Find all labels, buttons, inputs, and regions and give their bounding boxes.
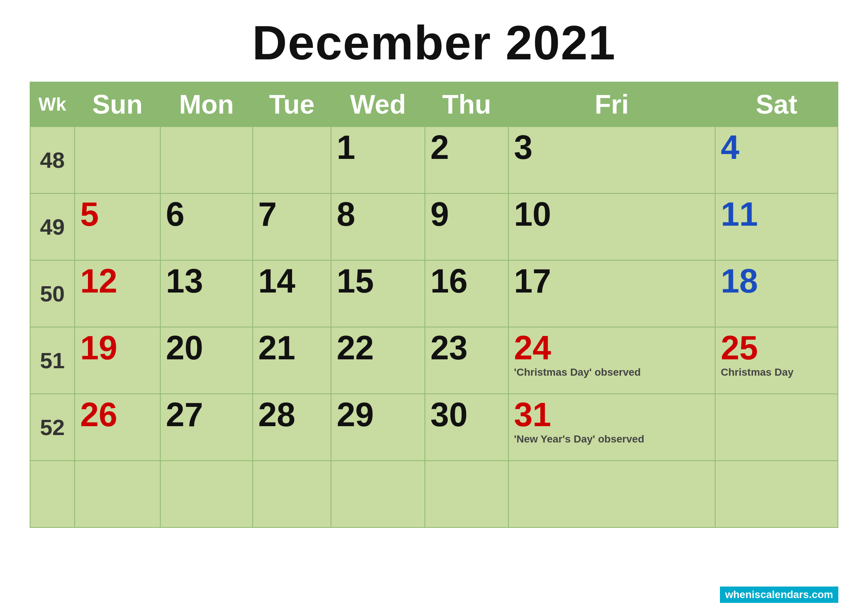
- calendar-day-cell: 25Christmas Day: [715, 327, 838, 394]
- empty-cell: [425, 460, 508, 527]
- calendar-day-cell: 19: [74, 327, 160, 394]
- day-number: 1: [336, 131, 419, 164]
- day-number: 11: [721, 197, 832, 231]
- day-number: 10: [514, 197, 710, 231]
- calendar-day-cell: [715, 394, 838, 460]
- calendar-week-row: 481234: [30, 127, 838, 194]
- week-number: 51: [30, 327, 74, 394]
- day-number: 19: [80, 331, 155, 364]
- day-number: 18: [721, 264, 832, 298]
- col-header-fri: Fri: [508, 82, 715, 127]
- day-number: 3: [514, 131, 710, 164]
- week-number: 50: [30, 260, 74, 327]
- watermark-label: wheniscalendars.com: [720, 586, 838, 603]
- calendar-day-cell: 17: [508, 260, 715, 327]
- calendar-week-row: 51192021222324'Christmas Day' observed25…: [30, 327, 838, 394]
- calendar-day-cell: 2: [425, 127, 508, 194]
- day-number: 9: [431, 197, 503, 231]
- calendar-day-cell: 31'New Year's Day' observed: [508, 394, 715, 460]
- calendar-day-cell: [74, 127, 160, 194]
- empty-cell: [30, 460, 74, 527]
- calendar-day-cell: [253, 127, 332, 194]
- calendar-day-cell: 3: [508, 127, 715, 194]
- calendar-day-cell: 15: [331, 260, 425, 327]
- holiday-label: 'New Year's Day' observed: [514, 433, 710, 445]
- calendar-day-cell: 30: [425, 394, 508, 460]
- calendar-day-cell: 18: [715, 260, 838, 327]
- col-header-sun: Sun: [74, 82, 160, 127]
- day-number: 24: [514, 331, 710, 364]
- day-number: 8: [336, 197, 419, 231]
- day-number: 26: [80, 398, 155, 431]
- empty-cell: [331, 460, 425, 527]
- day-number: 22: [336, 331, 419, 364]
- calendar-extra-row: [30, 460, 838, 527]
- calendar-day-cell: 20: [160, 327, 253, 394]
- empty-cell: [74, 460, 160, 527]
- calendar-day-cell: 8: [331, 194, 425, 260]
- col-header-thu: Thu: [425, 82, 508, 127]
- calendar-day-cell: 14: [253, 260, 332, 327]
- day-number: 31: [514, 398, 710, 431]
- calendar-day-cell: 7: [253, 194, 332, 260]
- calendar-day-cell: 24'Christmas Day' observed: [508, 327, 715, 394]
- calendar-day-cell: 1: [331, 127, 425, 194]
- empty-cell: [160, 460, 253, 527]
- calendar-day-cell: 21: [253, 327, 332, 394]
- calendar-week-row: 5012131415161718: [30, 260, 838, 327]
- col-header-mon: Mon: [160, 82, 253, 127]
- week-number: 52: [30, 394, 74, 460]
- calendar-table: Wk Sun Mon Tue Wed Thu Fri Sat 481234495…: [30, 82, 838, 528]
- week-number: 48: [30, 127, 74, 194]
- day-number: 25: [721, 331, 832, 364]
- day-number: 29: [336, 398, 419, 431]
- day-number: 7: [258, 197, 326, 231]
- week-number: 49: [30, 194, 74, 260]
- calendar-day-cell: [160, 127, 253, 194]
- day-number: 16: [431, 264, 503, 298]
- col-header-tue: Tue: [253, 82, 332, 127]
- col-header-sat: Sat: [715, 82, 838, 127]
- empty-cell: [508, 460, 715, 527]
- calendar-day-cell: 10: [508, 194, 715, 260]
- calendar-day-cell: 12: [74, 260, 160, 327]
- calendar-day-cell: 26: [74, 394, 160, 460]
- calendar-week-row: 52262728293031'New Year's Day' observed: [30, 394, 838, 460]
- empty-cell: [715, 460, 838, 527]
- calendar-week-row: 49567891011: [30, 194, 838, 260]
- calendar-day-cell: 13: [160, 260, 253, 327]
- day-number: 15: [336, 264, 419, 298]
- calendar-day-cell: 29: [331, 394, 425, 460]
- day-number: 30: [431, 398, 503, 431]
- day-number: 27: [166, 398, 247, 431]
- day-number: 2: [431, 131, 503, 164]
- day-number: 14: [258, 264, 326, 298]
- day-number: 17: [514, 264, 710, 298]
- holiday-label: 'Christmas Day' observed: [514, 366, 710, 378]
- calendar-day-cell: 6: [160, 194, 253, 260]
- day-number: 12: [80, 264, 155, 298]
- calendar-day-cell: 4: [715, 127, 838, 194]
- page-title: December 2021: [252, 15, 616, 71]
- day-number: 20: [166, 331, 247, 364]
- calendar-day-cell: 22: [331, 327, 425, 394]
- calendar-day-cell: 27: [160, 394, 253, 460]
- day-number: 23: [431, 331, 503, 364]
- calendar-day-cell: 11: [715, 194, 838, 260]
- calendar-day-cell: 23: [425, 327, 508, 394]
- day-number: 21: [258, 331, 326, 364]
- calendar-day-cell: 5: [74, 194, 160, 260]
- col-header-wk: Wk: [30, 82, 74, 127]
- calendar-day-cell: 16: [425, 260, 508, 327]
- calendar-day-cell: 9: [425, 194, 508, 260]
- calendar-day-cell: 28: [253, 394, 332, 460]
- empty-cell: [253, 460, 332, 527]
- day-number: 4: [721, 131, 832, 164]
- col-header-wed: Wed: [331, 82, 425, 127]
- day-number: 5: [80, 197, 155, 231]
- day-number: 28: [258, 398, 326, 431]
- day-number: 13: [166, 264, 247, 298]
- day-number: 6: [166, 197, 247, 231]
- holiday-label: Christmas Day: [721, 366, 832, 378]
